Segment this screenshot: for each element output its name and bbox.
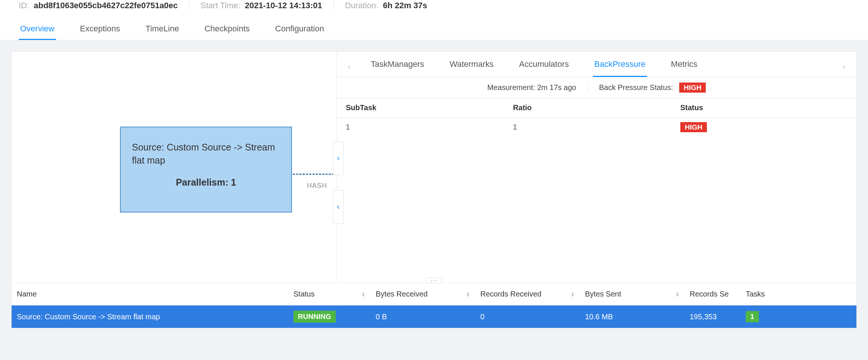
bp-status-label: Back Pressure Status: [599, 83, 673, 91]
sort-icon: ▲▼ [675, 292, 679, 297]
operators-table-header: Name Status ▲▼ Bytes Received ▲▼ Records… [12, 283, 856, 305]
start-time-label: Start Time: [201, 1, 240, 10]
main-tabs: Overview Exceptions TimeLine Checkpoints… [11, 15, 857, 40]
chevron-right-icon: › [337, 153, 339, 163]
col-status: Status [680, 103, 847, 112]
measurement-label: Measurement: [487, 83, 535, 91]
col-status[interactable]: Status ▲▼ [288, 283, 370, 305]
col-bytes-sent[interactable]: Bytes Sent ▲▼ [580, 283, 684, 305]
col-bytes-received[interactable]: Bytes Received ▲▼ [370, 283, 475, 305]
measurement-value: 2m 17s ago [537, 83, 576, 91]
job-graph[interactable]: Source: Custom Source -> Stream flat map… [12, 52, 336, 283]
cell-records-received: 0 [475, 305, 580, 328]
tab-overview[interactable]: Overview [19, 19, 56, 40]
backpressure-info: Measurement: 2m 17s ago Back Pressure St… [337, 77, 856, 98]
job-header: ID: abd8f1063e055cb4627c22fe0751a0ec Sta… [0, 0, 868, 40]
cell-tasks: 1 [741, 305, 785, 328]
backpressure-table: SubTask Ratio Status 1 1 HIGH [337, 98, 856, 283]
sort-icon: ▲▼ [571, 292, 575, 297]
edge-label: HASH [307, 182, 327, 190]
cell-records-sent: 195,353 [684, 305, 741, 328]
table-row[interactable]: Source: Custom Source -> Stream flat map… [12, 305, 856, 328]
cell-status: RUNNING [288, 305, 370, 328]
subtab-backpressure[interactable]: BackPressure [593, 56, 647, 77]
job-id-label: ID: [19, 1, 29, 10]
cell-status: HIGH [680, 123, 847, 131]
graph-edge [293, 174, 338, 175]
col-records-received[interactable]: Records Received ▲▼ [475, 283, 580, 305]
cell-bytes-sent: 10.6 MB [580, 305, 684, 328]
tab-checkpoints[interactable]: Checkpoints [203, 19, 251, 40]
graph-panel: Source: Custom Source -> Stream flat map… [12, 52, 337, 283]
cell-bytes-received: 0 B [370, 305, 475, 328]
tasks-badge: 1 [746, 311, 759, 322]
col-records-received-label: Records Received [480, 290, 541, 298]
divider [189, 0, 190, 11]
duration-label: Duration: [345, 1, 378, 10]
divider [333, 0, 334, 11]
duration: Duration: 6h 22m 37s [345, 1, 427, 10]
divider [587, 84, 588, 92]
sub-tabs: TaskManagers Watermarks Accumulators Bac… [369, 56, 699, 77]
col-records-sent-label: Records Se [690, 290, 729, 298]
tabs-scroll-left-button[interactable]: ‹ [344, 62, 354, 71]
tabs-scroll-right-button[interactable]: › [839, 62, 849, 71]
duration-value: 6h 22m 37s [383, 1, 427, 10]
bp-table-row[interactable]: 1 1 HIGH [337, 118, 856, 137]
col-name-label: Name [17, 290, 37, 298]
job-meta-row: ID: abd8f1063e055cb4627c22fe0751a0ec Sta… [11, 0, 857, 15]
job-id-value: abd8f1063e055cb4627c22fe0751a0ec [34, 1, 178, 10]
tab-timeline[interactable]: TimeLine [144, 19, 181, 40]
ellipsis-icon: ⋯ [430, 276, 438, 285]
sort-icon: ▲▼ [466, 292, 470, 297]
col-ratio: Ratio [513, 103, 680, 112]
col-subtask: SubTask [346, 103, 513, 112]
measurement: Measurement: 2m 17s ago [487, 83, 576, 92]
bp-table-header: SubTask Ratio Status [337, 98, 856, 118]
content: Source: Custom Source -> Stream flat map… [0, 40, 868, 328]
col-name[interactable]: Name [12, 283, 288, 305]
subtab-metrics[interactable]: Metrics [670, 56, 699, 77]
col-bytes-sent-label: Bytes Sent [585, 290, 621, 298]
start-time: Start Time: 2021-10-12 14:13:01 [201, 1, 322, 10]
col-tasks[interactable]: Tasks [741, 283, 785, 305]
sub-tabs-row: ‹ TaskManagers Watermarks Accumulators B… [337, 52, 856, 77]
bp-status: Back Pressure Status: HIGH [599, 83, 706, 92]
expand-right-button[interactable]: › [333, 142, 344, 175]
cell-ratio: 1 [513, 123, 680, 131]
bp-status-badge: HIGH [679, 83, 706, 93]
chevron-left-icon: ‹ [337, 202, 339, 212]
sort-icon: ▲▼ [361, 292, 365, 297]
job-id: ID: abd8f1063e055cb4627c22fe0751a0ec [19, 1, 178, 10]
subtab-accumulators[interactable]: Accumulators [518, 56, 570, 77]
graph-node-source[interactable]: Source: Custom Source -> Stream flat map… [120, 127, 292, 212]
cell-subtask: 1 [346, 123, 513, 131]
main-panel: Source: Custom Source -> Stream flat map… [11, 52, 857, 283]
subtab-watermarks[interactable]: Watermarks [448, 56, 495, 77]
status-badge: RUNNING [293, 311, 336, 323]
vertical-splitter[interactable]: ⋯ [426, 277, 442, 283]
start-time-value: 2021-10-12 14:13:01 [245, 1, 322, 10]
node-parallelism: Parallelism: 1 [132, 176, 280, 189]
detail-panel: ‹ TaskManagers Watermarks Accumulators B… [337, 52, 856, 283]
operators-table: Name Status ▲▼ Bytes Received ▲▼ Records… [11, 283, 857, 328]
col-status-label: Status [293, 290, 315, 298]
tab-exceptions[interactable]: Exceptions [79, 19, 122, 40]
collapse-right-button[interactable]: ‹ [333, 190, 344, 224]
col-records-sent[interactable]: Records Se [684, 283, 741, 305]
cell-name: Source: Custom Source -> Stream flat map [12, 305, 288, 328]
col-tasks-label: Tasks [746, 290, 765, 298]
tab-configuration[interactable]: Configuration [274, 19, 326, 40]
subtab-taskmanagers[interactable]: TaskManagers [369, 56, 426, 77]
panel-resize-controls: › ‹ [333, 142, 344, 224]
node-title: Source: Custom Source -> Stream flat map [132, 141, 280, 167]
col-bytes-received-label: Bytes Received [376, 290, 428, 298]
row-status-badge: HIGH [680, 122, 707, 132]
